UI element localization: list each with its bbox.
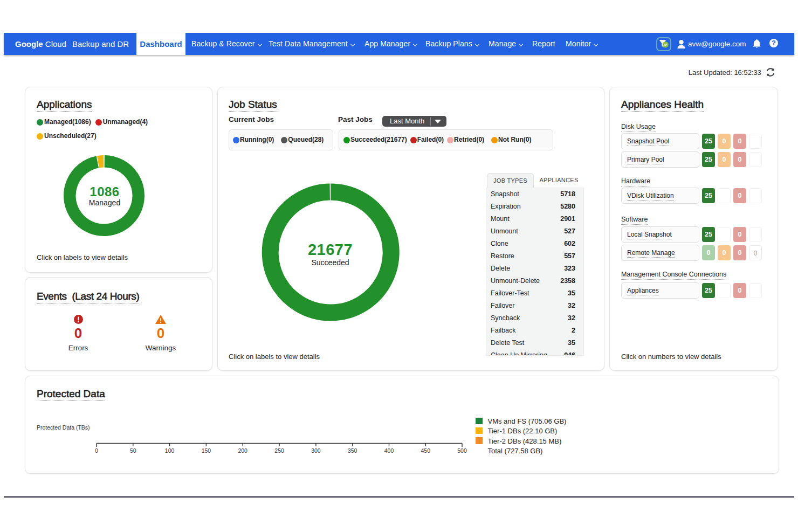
svg-text:300: 300 xyxy=(311,447,321,454)
svg-text:100: 100 xyxy=(165,447,175,454)
svg-text:200: 200 xyxy=(238,447,247,454)
svg-text:250: 250 xyxy=(274,447,284,454)
svg-text:450: 450 xyxy=(421,447,431,454)
svg-text:500: 500 xyxy=(457,447,467,454)
svg-text:50: 50 xyxy=(130,447,136,454)
svg-text:150: 150 xyxy=(202,447,211,454)
svg-text:0: 0 xyxy=(95,447,98,454)
svg-text:350: 350 xyxy=(348,447,357,454)
svg-text:400: 400 xyxy=(384,447,394,454)
